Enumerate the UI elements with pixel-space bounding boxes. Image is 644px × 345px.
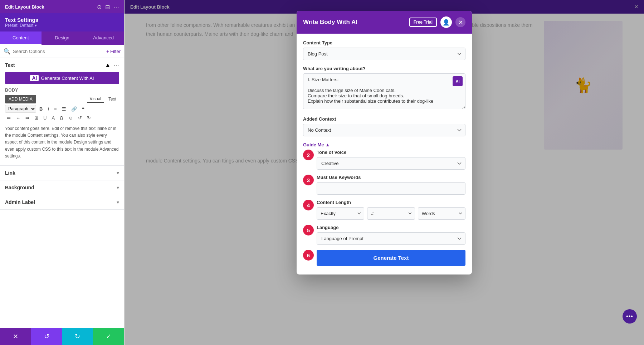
length-words-select[interactable]: Words Sentences Paragraphs	[418, 207, 465, 220]
undo-icon: ↺	[44, 332, 49, 340]
cancel-icon: ✕	[13, 332, 18, 340]
link-button[interactable]: 🔗	[69, 105, 79, 113]
color-button[interactable]: A	[50, 114, 57, 122]
undo-editor-button[interactable]: ↺	[76, 114, 84, 122]
modal-body: Content Type Blog Post Article Landing P…	[297, 34, 472, 274]
table-button[interactable]: ⊞	[33, 114, 40, 122]
tone-step-row: 2 Tone of Voice Creative Professional Ca…	[303, 150, 465, 170]
more-options-icon[interactable]: ⋯	[113, 62, 119, 68]
text-section-title: Text	[5, 62, 15, 68]
guide-me-link[interactable]: Guide Me ▲	[303, 142, 330, 147]
tab-design[interactable]: Design	[42, 31, 83, 45]
save-button[interactable]: ✓	[93, 328, 124, 345]
search-input[interactable]	[13, 49, 104, 54]
text-section-header: Text ▲ ⋯	[5, 62, 119, 68]
redo-editor-button[interactable]: ↻	[85, 114, 93, 122]
quote-button[interactable]: ❝	[80, 105, 86, 113]
bold-button[interactable]: B	[38, 105, 44, 113]
free-trial-button[interactable]: Free Trial	[409, 18, 437, 27]
background-section-title: Background	[5, 185, 34, 190]
step-3-circle: 3	[303, 175, 314, 185]
content-length-step-row: 4 Content Length Exactly At least At mos…	[303, 200, 465, 220]
sidebar-tabs: Content Design Advanced	[0, 31, 124, 45]
generate-step-content: Generate Text	[317, 250, 465, 266]
sidebar-header-icons: ⊙ ⊟ ⋯	[97, 4, 119, 10]
length-number-select[interactable]: # 50 100 200 500	[367, 207, 415, 220]
italic-button[interactable]: I	[46, 105, 51, 113]
tone-select[interactable]: Creative Professional Casual	[317, 157, 465, 170]
view-visual-button[interactable]: Visual	[87, 95, 104, 103]
background-chevron-icon: ▾	[117, 185, 119, 190]
columns-icon[interactable]: ⊟	[105, 4, 110, 10]
sidebar-title: Edit Layout Block	[5, 4, 44, 10]
guide-me-arrow-icon: ▲	[325, 142, 330, 147]
writing-about-textarea[interactable]: I. Size Matters: Discuss the large size …	[303, 73, 465, 109]
language-select[interactable]: Language of Prompt English Spanish Frenc…	[317, 232, 465, 245]
sidebar: Edit Layout Block ⊙ ⊟ ⋯ Text Settings Pr…	[0, 0, 125, 345]
generate-text-button[interactable]: Generate Text	[317, 250, 465, 266]
modal-close-button[interactable]: ✕	[455, 17, 465, 27]
editor-toolbar-row3: ⬅ ↔ ➡ ⊞ U A Ω ☺ ↺ ↻	[5, 114, 119, 122]
align-right-button[interactable]: ➡	[24, 114, 31, 122]
text-section: Text ▲ ⋯ AI Generate Content With AI Bod…	[0, 58, 124, 166]
emoji-button[interactable]: ☺	[67, 114, 75, 122]
link-section-title: Link	[5, 170, 15, 176]
language-step-content: Language Language of Prompt English Span…	[317, 225, 465, 245]
chevron-up-icon[interactable]: ▲	[105, 62, 111, 68]
settings-icon[interactable]: ⊙	[97, 4, 102, 10]
redo-icon: ↻	[75, 332, 80, 340]
content-length-label: Content Length	[317, 200, 465, 205]
editor-toolbar-row1: ADD MEDIA Visual Text	[5, 95, 119, 103]
floating-dots-button[interactable]: •••	[623, 309, 637, 324]
special-chars[interactable]: Ω	[58, 114, 65, 122]
admin-chevron-icon: ▾	[117, 199, 119, 205]
body-label: Body	[5, 88, 119, 93]
paragraph-select[interactable]: Paragraph	[5, 105, 36, 113]
length-exactly-select[interactable]: Exactly At least At most	[317, 207, 364, 220]
modal-header-right: Free Trial 👤 ✕	[409, 16, 465, 28]
filter-button[interactable]: + Filter	[106, 49, 121, 54]
content-type-select[interactable]: Blog Post Article Landing Page	[303, 48, 465, 60]
ul-button[interactable]: ≡	[52, 105, 59, 113]
view-text-button[interactable]: Text	[106, 96, 119, 103]
preset-label[interactable]: Preset: Default ▾	[5, 23, 119, 28]
align-left-button[interactable]: ⬅	[5, 114, 13, 122]
body-text-content: Your content goes here. Edit or remove t…	[5, 123, 119, 162]
add-media-button[interactable]: ADD MEDIA	[5, 95, 36, 103]
ol-button[interactable]: ☰	[60, 105, 68, 113]
background-section[interactable]: Background ▾	[0, 180, 124, 195]
tab-content[interactable]: Content	[0, 31, 42, 45]
align-center-button[interactable]: ↔	[14, 114, 22, 122]
link-chevron-icon: ▾	[117, 170, 119, 176]
search-icon: 🔍	[4, 48, 11, 55]
cancel-button[interactable]: ✕	[0, 328, 31, 345]
tone-label: Tone of Voice	[317, 150, 465, 155]
user-icon: 👤	[443, 19, 450, 26]
search-bar: 🔍 + Filter	[0, 45, 124, 58]
writing-about-label: What are you writing about?	[303, 66, 465, 71]
added-context-label: Added Context	[303, 116, 465, 122]
added-context-select[interactable]: No Context Site Context Custom Context	[303, 124, 465, 136]
added-context-group: Added Context No Context Site Context Cu…	[303, 116, 465, 136]
undo-button[interactable]: ↺	[31, 328, 62, 345]
tab-advanced[interactable]: Advanced	[83, 31, 124, 45]
underline-button[interactable]: U	[42, 114, 48, 122]
save-icon: ✓	[106, 332, 111, 340]
more-icon[interactable]: ⋯	[113, 4, 119, 10]
redo-button[interactable]: ↻	[62, 328, 93, 345]
content-length-row: Exactly At least At most # 50 100 200 50…	[317, 207, 465, 220]
keywords-input[interactable]	[317, 182, 465, 195]
keywords-step-row: 3 Must Use Keywords	[303, 175, 465, 195]
ai-inline-button[interactable]: AI	[453, 76, 463, 86]
generate-step-row: 6 Generate Text	[303, 250, 465, 266]
admin-label-section[interactable]: Admin Label ▾	[0, 195, 124, 210]
link-section[interactable]: Link ▾	[0, 166, 124, 180]
write-ai-modal: Write Body With AI Free Trial 👤 ✕ Conten…	[297, 11, 472, 274]
editor-toolbar-row2: Paragraph B I ≡ ☰ 🔗 ❝	[5, 105, 119, 113]
keywords-step-content: Must Use Keywords	[317, 175, 465, 195]
text-settings-title: Text Settings	[5, 17, 119, 23]
generate-ai-button[interactable]: AI Generate Content With AI	[5, 72, 119, 84]
sidebar-header: Edit Layout Block ⊙ ⊟ ⋯	[0, 0, 124, 13]
step-2-circle: 2	[303, 150, 314, 160]
ai-logo-icon: AI	[30, 75, 39, 81]
